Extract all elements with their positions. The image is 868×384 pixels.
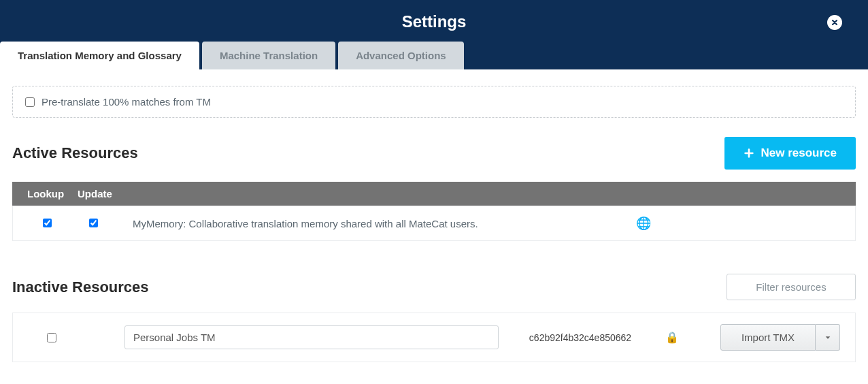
lookup-checkbox[interactable] — [43, 219, 52, 227]
close-icon — [831, 18, 839, 27]
inactive-resources-section: Inactive Resources c62b92f4b32c4e850662 … — [12, 274, 856, 362]
new-resource-button[interactable]: New resource — [724, 137, 856, 170]
globe-icon: 🌐 — [636, 217, 651, 230]
col-header-update: Update — [78, 188, 118, 199]
chevron-down-icon — [824, 334, 831, 341]
active-resources-title: Active Resources — [12, 144, 138, 162]
pretranslate-option[interactable]: Pre-translate 100% matches from TM — [12, 86, 856, 118]
resource-key: c62b92f4b32c4e850662 — [512, 332, 648, 343]
close-button[interactable] — [827, 15, 842, 30]
lock-icon: 🔒 — [662, 331, 682, 344]
active-resource-row: MyMemory: Collaborative translation memo… — [12, 206, 856, 241]
inactive-resources-header: Inactive Resources — [12, 274, 856, 300]
page-title: Settings — [0, 0, 868, 31]
tab-translation-memory[interactable]: Translation Memory and Glossary — [0, 42, 199, 69]
active-resources-header: Active Resources New resource — [12, 137, 856, 170]
active-table-header: Lookup Update — [12, 182, 856, 206]
tabs: Translation Memory and Glossary Machine … — [0, 42, 467, 69]
resource-name-input[interactable] — [124, 325, 499, 349]
enable-checkbox[interactable] — [47, 333, 56, 342]
import-tmx-button[interactable]: Import TMX — [720, 324, 840, 351]
content: Pre-translate 100% matches from TM Activ… — [0, 69, 868, 362]
tab-advanced-options[interactable]: Advanced Options — [338, 42, 464, 69]
update-checkbox[interactable] — [89, 219, 98, 227]
pretranslate-checkbox[interactable] — [25, 97, 35, 107]
header: Settings Translation Memory and Glossary… — [0, 0, 868, 69]
inactive-resource-row: c62b92f4b32c4e850662 🔒 Import TMX — [12, 313, 856, 362]
resource-description: MyMemory: Collaborative translation memo… — [114, 218, 636, 229]
import-tmx-label[interactable]: Import TMX — [720, 324, 816, 351]
tab-machine-translation[interactable]: Machine Translation — [202, 42, 335, 69]
filter-resources-input[interactable] — [727, 274, 856, 300]
col-header-lookup: Lookup — [27, 188, 65, 199]
plus-icon — [744, 148, 754, 159]
import-tmx-dropdown[interactable] — [816, 324, 840, 351]
pretranslate-label: Pre-translate 100% matches from TM — [41, 96, 211, 108]
new-resource-label: New resource — [761, 146, 837, 160]
inactive-resources-title: Inactive Resources — [12, 278, 149, 296]
